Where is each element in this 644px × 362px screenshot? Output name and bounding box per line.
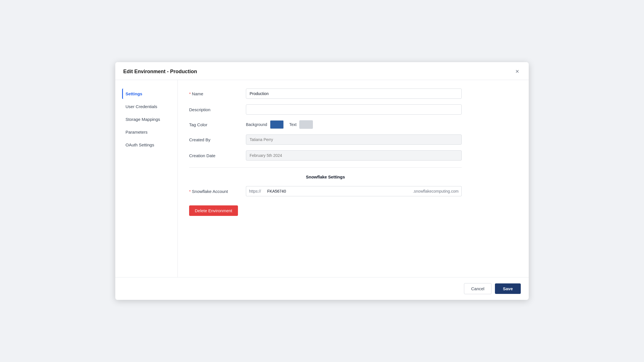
created-by-label: Created By — [189, 137, 246, 142]
save-button[interactable]: Save — [495, 283, 521, 294]
text-color-group: Text — [289, 120, 313, 129]
sidebar-item-parameters[interactable]: Parameters — [122, 127, 171, 137]
snowflake-suffix: .snowflakecomputing.com — [410, 186, 462, 196]
description-label: Description — [189, 107, 246, 112]
tag-color-controls: Background Text — [246, 120, 313, 129]
delete-environment-button[interactable]: Delete Environment — [189, 205, 238, 216]
description-input[interactable] — [246, 104, 462, 115]
form-section: *Name Description Tag Color — [189, 89, 462, 216]
snowflake-input-group: https:// .snowflakecomputing.com — [246, 186, 462, 196]
text-label: Text — [289, 122, 297, 127]
close-button[interactable]: × — [514, 68, 521, 75]
creation-date-input — [246, 150, 462, 161]
tag-color-row: Tag Color Background Text — [189, 120, 462, 129]
description-row: Description — [189, 104, 462, 115]
name-label: *Name — [189, 91, 246, 96]
sidebar-item-storage-mappings[interactable]: Storage Mappings — [122, 114, 171, 125]
section-divider — [189, 167, 462, 168]
background-label: Background — [246, 122, 267, 127]
snowflake-account-label: *Snowflake Account — [189, 189, 246, 194]
text-color-swatch[interactable] — [299, 120, 313, 129]
sidebar: Settings User Credentials Storage Mappin… — [115, 80, 178, 277]
name-row: *Name — [189, 89, 462, 99]
created-by-row: Created By — [189, 134, 462, 145]
modal-header: Edit Environment - Production × — [115, 62, 529, 80]
required-star: * — [189, 91, 191, 96]
modal-footer: Cancel Save — [115, 277, 529, 300]
snowflake-required-star: * — [189, 189, 191, 194]
sidebar-item-oauth-settings[interactable]: OAuth Settings — [122, 140, 171, 150]
creation-date-row: Creation Date — [189, 150, 462, 161]
sidebar-item-user-credentials[interactable]: User Credentials — [122, 101, 171, 112]
sidebar-item-settings[interactable]: Settings — [122, 89, 171, 99]
creation-date-label: Creation Date — [189, 153, 246, 158]
cancel-button[interactable]: Cancel — [464, 283, 492, 294]
tag-color-label: Tag Color — [189, 122, 246, 127]
settings-content: *Name Description Tag Color — [178, 80, 529, 277]
snowflake-account-row: *Snowflake Account https:// .snowflakeco… — [189, 186, 462, 196]
modal-overlay: Edit Environment - Production × Settings… — [0, 0, 644, 362]
background-color-swatch[interactable] — [270, 120, 284, 129]
snowflake-account-input[interactable] — [264, 186, 410, 196]
created-by-input — [246, 134, 462, 145]
background-color-group: Background — [246, 120, 284, 129]
edit-environment-modal: Edit Environment - Production × Settings… — [115, 62, 529, 300]
delete-section: Delete Environment — [189, 202, 462, 216]
modal-title: Edit Environment - Production — [123, 69, 197, 75]
name-input[interactable] — [246, 89, 462, 99]
snowflake-section-title: Snowflake Settings — [189, 174, 462, 179]
modal-body: Settings User Credentials Storage Mappin… — [115, 80, 529, 277]
snowflake-prefix: https:// — [246, 186, 264, 196]
